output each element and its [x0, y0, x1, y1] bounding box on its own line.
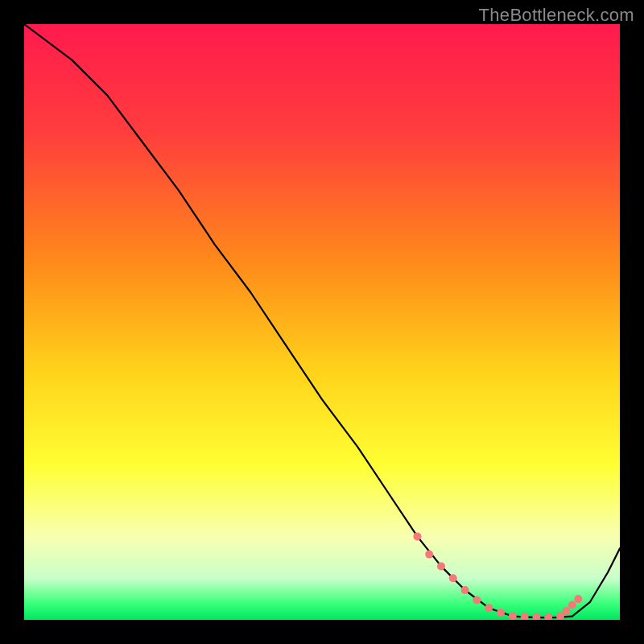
marker-dot: [461, 586, 469, 594]
marker-dot: [485, 604, 493, 612]
chart-frame: TheBottleneck.com: [0, 0, 644, 644]
gradient-background: [24, 24, 620, 620]
marker-dot: [437, 562, 445, 570]
plot-svg: [24, 24, 620, 620]
watermark-text: TheBottleneck.com: [479, 5, 634, 26]
marker-dot: [562, 607, 570, 615]
marker-dot: [473, 597, 481, 605]
marker-dot: [497, 609, 505, 617]
marker-dot: [413, 532, 421, 540]
marker-dot: [574, 595, 582, 603]
plot-area: [24, 24, 620, 620]
marker-dot: [425, 551, 433, 559]
marker-dot: [568, 601, 576, 609]
marker-dot: [449, 574, 457, 582]
